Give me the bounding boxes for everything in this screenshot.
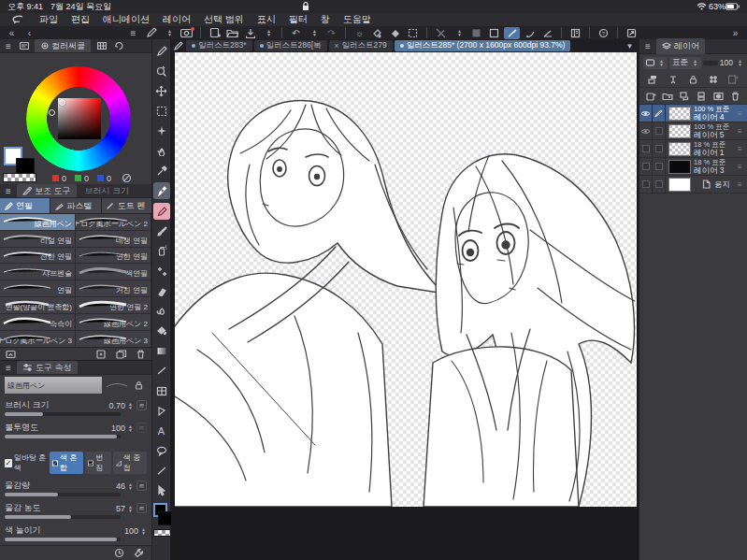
menu-help[interactable]: 도움말 (343, 13, 371, 26)
brush-item[interactable]: 연필(양끝이 뾰족함) (0, 297, 76, 314)
tab-tool-property[interactable]: 도구 속성 (17, 361, 78, 374)
canvas-tab[interactable]: ×일러스트279 (329, 40, 393, 51)
snap-grid-icon[interactable] (539, 27, 555, 39)
layer-row[interactable]: 100 % 표준 레이어 5 ≡ (639, 122, 747, 140)
sv-marker[interactable] (59, 99, 65, 106)
clip-below-icon[interactable] (645, 72, 659, 86)
layer-row[interactable]: 18 % 표준 레이어 1 ≡ (639, 140, 747, 158)
canvas-tab[interactable]: 일러스트283* (186, 40, 252, 51)
tabbar-pen-icon[interactable] (173, 39, 184, 53)
help-icon[interactable]: ? (596, 27, 611, 39)
visibility-toggle[interactable] (639, 140, 653, 157)
select-area-icon[interactable] (405, 27, 421, 39)
close-tab-icon[interactable]: × (335, 41, 339, 50)
color-slider-tab-icon[interactable] (17, 39, 31, 53)
snap-ruler-icon[interactable] (504, 27, 520, 39)
stepper[interactable]: ▲▼ (127, 424, 134, 432)
menu-window[interactable]: 창 (321, 13, 330, 26)
editing-target-icon[interactable] (653, 122, 666, 139)
visibility-toggle[interactable] (639, 158, 653, 175)
panel-menu-icon[interactable]: ≡ (4, 39, 13, 53)
layer-opacity-slider[interactable] (703, 61, 718, 65)
strip-transparent-chip[interactable] (153, 529, 171, 537)
eyedropper-tool[interactable] (153, 163, 170, 179)
figure-tool[interactable] (153, 363, 170, 380)
perspective-ruler-tool[interactable] (153, 402, 170, 419)
duplicate-subtool-icon[interactable] (114, 347, 128, 361)
export-options-icon[interactable]: ▲▼ (260, 27, 276, 39)
color-history-tab-icon[interactable] (112, 39, 126, 53)
tab-color-wheel[interactable]: 컬러써클 (35, 39, 91, 52)
transparent-color-chip[interactable] (3, 173, 36, 182)
history-icon[interactable]: ▲▼ (306, 27, 322, 39)
document-canvas[interactable] (175, 52, 637, 507)
pen-tool[interactable] (153, 182, 170, 199)
mix-checkbox[interactable]: ✓ (5, 459, 12, 467)
canvas-tab[interactable]: 일러스트286[복 (254, 40, 327, 51)
brush-tool[interactable] (153, 223, 170, 239)
slider-track[interactable] (5, 538, 121, 541)
menu-selection[interactable]: 선택 범위 (204, 13, 244, 26)
operation-tool[interactable] (153, 143, 170, 160)
reference-layer-icon[interactable] (707, 72, 721, 86)
object-tool[interactable] (153, 482, 170, 499)
brush-item[interactable]: 線画用ペン 3 (76, 331, 151, 348)
open-file-icon[interactable] (224, 27, 240, 39)
collapse-left-icon[interactable]: « (4, 27, 20, 39)
toolbar-expand-icon[interactable]: ▲▼ (161, 27, 177, 39)
stepper[interactable]: ▲▼ (140, 527, 147, 535)
paint-density-dynamics-button[interactable]: ≋ (136, 503, 147, 513)
brush-item[interactable]: 진한 연필 (0, 248, 76, 265)
layer-thumbnail[interactable] (668, 178, 691, 192)
correction-line-tool[interactable] (153, 463, 170, 480)
group-tab-dotpen[interactable]: 도트 펜 (102, 198, 151, 213)
editing-target-icon[interactable] (653, 140, 666, 157)
visibility-toggle[interactable] (639, 176, 653, 193)
brush-item[interactable]: 색연필 (76, 264, 151, 280)
brush-item[interactable]: 데생 연필 (76, 231, 151, 248)
auto-select-tool[interactable] (153, 122, 170, 139)
paint-amount-dynamics-button[interactable]: ≋ (136, 481, 147, 491)
group-tab-pencil[interactable]: 연필 (0, 198, 50, 213)
slider-track[interactable] (5, 412, 121, 416)
rotate-view-tool[interactable] (153, 63, 170, 79)
eraser-tool[interactable] (153, 282, 170, 299)
canvas-viewport[interactable] (171, 52, 639, 560)
tab-layers[interactable]: 레이어 (656, 38, 705, 54)
layer-thumbnail[interactable] (668, 107, 691, 121)
fill-tool-icon[interactable] (369, 27, 385, 39)
brush-item[interactable]: 리얼 연필 (0, 231, 76, 248)
lock-settings-icon[interactable] (132, 379, 146, 393)
airbrush-tool[interactable] (153, 242, 170, 259)
add-subtool-icon[interactable] (94, 347, 108, 361)
reset-tool-icon[interactable] (112, 546, 126, 560)
group-tab-pastel[interactable]: 파스텔 (50, 198, 101, 213)
lock-transparent-icon[interactable] (666, 72, 680, 86)
brush-item[interactable]: 슥슥이 (0, 314, 76, 331)
layer-drag-handle[interactable]: ≡ (738, 105, 747, 122)
color-settings-icon[interactable] (120, 171, 134, 185)
menu-edit[interactable]: 편집 (71, 13, 90, 26)
merge-down-icon[interactable] (695, 89, 709, 103)
visibility-toggle[interactable] (639, 105, 653, 122)
deselect-icon[interactable] (433, 27, 449, 39)
menu-view[interactable]: 표시 (257, 13, 276, 26)
panel-menu-icon[interactable]: ≡ (4, 361, 13, 375)
blend-tool[interactable] (153, 303, 170, 320)
scroll-left-icon[interactable]: ‹ (22, 27, 37, 39)
brush-item[interactable]: 연한 연필 (76, 248, 151, 265)
blend-mode-select[interactable]: 표준▲▼ (669, 57, 701, 69)
layer-drag-handle[interactable]: ≡ (738, 176, 747, 193)
undo-icon[interactable]: ↶ (288, 27, 304, 39)
brush-item[interactable]: 연한 연필 2 (76, 297, 151, 314)
lock-layer-icon[interactable] (686, 72, 700, 86)
frame-icon[interactable] (486, 27, 502, 39)
bucket-icon[interactable] (387, 27, 403, 39)
move-tool[interactable] (153, 82, 170, 99)
strip-sub-color-chip[interactable] (158, 511, 172, 525)
layer-drag-handle[interactable]: ≡ (738, 122, 747, 139)
app-logo[interactable] (9, 13, 26, 27)
edit-pen-icon[interactable] (143, 27, 159, 39)
new-folder-icon[interactable] (661, 89, 675, 103)
tool-settings-icon[interactable] (132, 546, 146, 560)
